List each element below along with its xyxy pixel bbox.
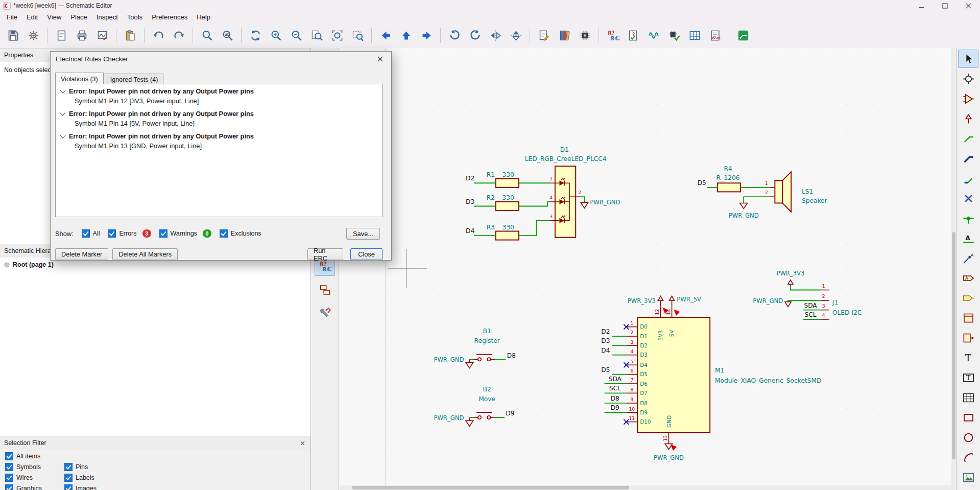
zoom-out-icon[interactable] xyxy=(286,26,306,45)
selection-filter-close-button[interactable] xyxy=(298,439,306,447)
power-port-gnd[interactable]: PWR_GND xyxy=(434,414,473,426)
mirror-v-icon[interactable] xyxy=(506,26,525,45)
filter-exclusions[interactable]: Exclusions xyxy=(220,229,261,238)
zoom-in-icon[interactable] xyxy=(266,26,285,45)
annotate-icon[interactable] xyxy=(603,26,623,45)
refresh-icon[interactable] xyxy=(246,26,265,45)
menu-place[interactable]: Place xyxy=(66,12,92,22)
zoom-page-icon[interactable] xyxy=(307,26,326,45)
schematic-setup-tools-icon[interactable] xyxy=(315,304,335,323)
erc-violation[interactable]: Error: Input Power pin not driven by any… xyxy=(56,84,382,107)
hierarchical-label-icon[interactable] xyxy=(958,289,978,307)
erc-dialog-titlebar[interactable]: Electrical Rules Checker xyxy=(51,52,391,66)
table-icon[interactable] xyxy=(958,388,978,407)
filter-images[interactable]: Images xyxy=(64,484,305,490)
paste-icon[interactable] xyxy=(121,26,140,45)
directive-label-icon[interactable] xyxy=(958,249,978,267)
run-erc-button[interactable]: Run ERC xyxy=(307,248,343,260)
nav-back-icon[interactable] xyxy=(376,26,395,45)
text-icon[interactable] xyxy=(958,348,978,367)
erc-violation[interactable]: Error: Input Power pin not driven by any… xyxy=(56,107,382,129)
led-d1[interactable]: D1 LED_RGB_CreeLED_PLCC4 1 4 3 2 xyxy=(525,146,607,238)
place-symbol-icon[interactable] xyxy=(958,89,978,108)
connector-j1[interactable]: 1 2 3 4 J1 OLED I2C xyxy=(821,283,862,319)
expand-chevron-icon[interactable] xyxy=(60,132,65,138)
menu-tools[interactable]: Tools xyxy=(123,12,147,22)
scrollbar-thumb[interactable] xyxy=(352,486,629,489)
filter-errors[interactable]: Errors 3 xyxy=(108,229,151,238)
hierarchy-navigator-icon[interactable] xyxy=(315,280,335,299)
tab-violations[interactable]: Violations (3) xyxy=(55,73,104,85)
erc-violation[interactable]: Error: Input Power pin not driven by any… xyxy=(56,129,382,152)
module-m1[interactable]: M1 Module_XIAO_Generic_SocketSMD 1 2 3 4… xyxy=(626,306,821,444)
redo-icon[interactable] xyxy=(169,26,188,45)
simulator-icon[interactable] xyxy=(644,26,663,45)
place-power-icon[interactable] xyxy=(958,109,978,128)
hierarchical-sheet-icon[interactable] xyxy=(958,309,978,327)
resistor-r4[interactable]: R4 R_1206 xyxy=(716,165,740,192)
filter-pins[interactable]: Pins xyxy=(64,463,305,471)
tab-ignored-tests[interactable]: Ignored Tests (4) xyxy=(105,74,164,85)
net-label[interactable]: D9 xyxy=(506,410,514,417)
print-icon[interactable] xyxy=(72,26,91,45)
select-cursor-icon[interactable] xyxy=(958,50,978,68)
erc-violation-detail[interactable]: Symbol M1 Pin 14 [5V, Power input, Line] xyxy=(59,119,379,128)
rotate-cw-icon[interactable] xyxy=(465,26,485,45)
net-label-icon[interactable] xyxy=(958,229,978,247)
net-label[interactable]: SCL xyxy=(609,385,621,392)
expand-chevron-icon[interactable] xyxy=(60,87,65,93)
power-port-gnd[interactable]: PWR_GND xyxy=(434,356,473,368)
net-label[interactable]: D2 xyxy=(601,328,610,335)
expand-chevron-icon[interactable] xyxy=(60,110,65,115)
erc-icon[interactable] xyxy=(624,26,643,45)
sheet-pin-icon[interactable] xyxy=(958,329,978,347)
symbol-library-icon[interactable] xyxy=(555,26,574,45)
draw-wire-icon[interactable] xyxy=(958,129,978,148)
net-label[interactable]: D5 xyxy=(698,179,706,186)
assign-footprints-icon[interactable] xyxy=(664,26,684,45)
rectangle-icon[interactable] xyxy=(958,408,978,427)
menu-edit[interactable]: Edit xyxy=(22,12,42,22)
resistor-r3[interactable]: R3 330 xyxy=(487,224,519,240)
global-label-icon[interactable] xyxy=(958,269,978,287)
net-label[interactable]: SDA xyxy=(609,376,622,383)
speaker-ls1[interactable]: 1 2 LS1 Speaker xyxy=(765,172,828,212)
schematic-setup-icon[interactable] xyxy=(23,26,43,45)
circle-icon[interactable] xyxy=(958,428,978,447)
power-port-5v[interactable]: PWR_5V xyxy=(670,296,701,307)
menu-file[interactable]: File xyxy=(2,12,22,22)
footprint-edit-icon[interactable] xyxy=(575,26,594,45)
nav-forward-icon[interactable] xyxy=(417,26,436,45)
net-label[interactable]: D2 xyxy=(466,175,474,182)
menu-view[interactable]: View xyxy=(42,12,66,22)
symbol-edit-icon[interactable] xyxy=(534,26,554,45)
undo-icon[interactable] xyxy=(149,26,168,45)
net-label[interactable]: D8 xyxy=(507,352,516,359)
pcbnew-icon[interactable] xyxy=(733,26,753,45)
canvas-scrollbar-vertical[interactable] xyxy=(951,48,956,485)
menu-help[interactable]: Help xyxy=(192,12,215,22)
junction-icon[interactable] xyxy=(958,209,978,227)
filter-wires[interactable]: Wires xyxy=(5,474,64,482)
erc-violation-detail[interactable]: Symbol M1 Pin 13 [GND, Power input, Line… xyxy=(59,141,379,151)
filter-graphics[interactable]: Graphics xyxy=(5,484,64,490)
no-connect-icon[interactable] xyxy=(958,189,978,207)
draw-bus-icon[interactable] xyxy=(958,149,978,168)
net-label[interactable]: D3 xyxy=(601,337,610,344)
power-port-3v3[interactable]: PWR_3V3 xyxy=(776,270,804,284)
erc-dialog-close-button[interactable] xyxy=(369,52,391,66)
find-icon[interactable] xyxy=(197,26,217,45)
button-b2[interactable]: B2 Move xyxy=(473,386,495,419)
power-port-gnd[interactable]: PWR_GND xyxy=(581,199,620,208)
button-b1[interactable]: B1 Register xyxy=(473,328,500,361)
power-port-3v3[interactable]: PWR_3V3 xyxy=(628,296,663,307)
save-icon[interactable] xyxy=(3,26,22,45)
net-label[interactable]: D4 xyxy=(466,227,474,235)
nav-up-icon[interactable] xyxy=(396,26,416,45)
power-port-gnd[interactable]: PWR_GND xyxy=(729,203,759,219)
filter-all[interactable]: All xyxy=(82,229,100,238)
net-label[interactable]: SDA xyxy=(804,302,817,309)
delete-marker-button[interactable]: Delete Marker xyxy=(55,248,108,260)
image-icon[interactable] xyxy=(958,468,978,486)
power-port-gnd[interactable]: PWR_GND xyxy=(654,444,684,461)
